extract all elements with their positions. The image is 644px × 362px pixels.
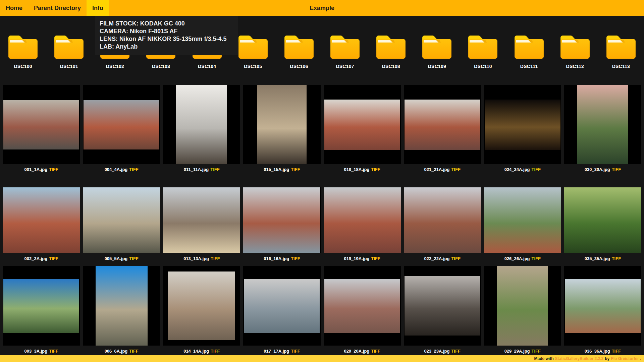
folder-item-dsc111[interactable]: DSC111 <box>506 35 552 69</box>
tiff-link[interactable]: TIFF <box>49 167 58 172</box>
footer-builder-link[interactable]: StaticGalleryBuilder 2.2.3 <box>555 356 604 361</box>
folder-icon <box>605 35 637 59</box>
tiff-link[interactable]: TIFF <box>451 349 460 354</box>
photo-thumbnail[interactable] <box>485 100 560 150</box>
thumbnail-cell[interactable]: 014_14A.jpgTIFF <box>163 266 240 354</box>
thumbnail-cell[interactable]: 013_13A.jpgTIFF <box>163 187 240 262</box>
thumbnail-cell[interactable]: 015_15A.jpgTIFF <box>243 85 320 173</box>
photo-thumbnail[interactable] <box>405 276 480 336</box>
footer-author-link[interactable]: Flo Greistorfer <box>611 356 639 361</box>
photo-thumbnail[interactable] <box>244 279 320 333</box>
tiff-link[interactable]: TIFF <box>451 167 460 172</box>
tiff-link[interactable]: TIFF <box>451 256 460 261</box>
thumbnail-cell[interactable]: 030_30A.jpgTIFF <box>564 85 641 173</box>
photo-caption: 002_2A.jpgTIFF <box>3 256 80 262</box>
tiff-link[interactable]: TIFF <box>371 256 380 261</box>
photo-thumbnail[interactable] <box>168 272 235 340</box>
folder-item-dsc113[interactable]: DSC113 <box>598 35 644 69</box>
photo-thumbnail[interactable] <box>404 187 481 253</box>
thumbnail-cell[interactable]: 017_17A.jpgTIFF <box>243 266 320 354</box>
thumbnail-cell[interactable]: 005_5A.jpgTIFF <box>83 187 160 262</box>
photo-thumbnail[interactable] <box>3 187 80 253</box>
tiff-link[interactable]: TIFF <box>371 167 380 172</box>
photo-thumbnail[interactable] <box>405 100 480 150</box>
photo-thumbnail[interactable] <box>497 266 548 346</box>
folder-item-dsc107[interactable]: DSC107 <box>322 35 368 69</box>
folder-label: DSC112 <box>566 64 584 69</box>
tiff-link[interactable]: TIFF <box>532 349 541 354</box>
photo-frame <box>163 266 240 346</box>
tiff-link[interactable]: TIFF <box>49 256 58 261</box>
thumbnail-cell[interactable]: 036_36A.jpgTIFF <box>564 266 641 354</box>
folder-item-dsc106[interactable]: DSC106 <box>276 35 322 69</box>
nav-item-info[interactable]: Info <box>87 0 109 16</box>
photo-filename: 011_11A.jpg <box>184 167 209 172</box>
photo-filename: 013_13A.jpg <box>183 256 209 261</box>
thumbnail-cell[interactable]: 035_35A.jpgTIFF <box>564 187 641 262</box>
folder-item-dsc108[interactable]: DSC108 <box>368 35 414 69</box>
folder-icon <box>513 35 545 59</box>
photo-caption: 035_35A.jpgTIFF <box>564 256 641 262</box>
nav-item-parent-directory[interactable]: Parent Directory <box>28 0 87 16</box>
photo-thumbnail[interactable] <box>3 279 79 333</box>
photo-frame <box>83 187 160 253</box>
photo-thumbnail[interactable] <box>324 100 400 150</box>
thumbnail-cell[interactable]: 026_26A.jpgTIFF <box>484 187 561 262</box>
photo-thumbnail[interactable] <box>564 187 641 253</box>
thumbnail-cell[interactable]: 004_4A.jpgTIFF <box>83 85 160 173</box>
thumbnail-cell[interactable]: 029_29A.jpgTIFF <box>484 266 561 354</box>
photo-thumbnail[interactable] <box>3 100 79 149</box>
photo-caption: 016_16A.jpgTIFF <box>243 256 320 262</box>
photo-thumbnail[interactable] <box>324 279 400 333</box>
thumbnail-cell[interactable]: 006_6A.jpgTIFF <box>83 266 160 354</box>
thumbnail-cell[interactable]: 001_1A.jpgTIFF <box>3 85 80 173</box>
thumbnail-cell[interactable]: 018_18A.jpgTIFF <box>324 85 401 173</box>
tiff-link[interactable]: TIFF <box>371 349 380 354</box>
folder-item-dsc101[interactable]: DSC101 <box>46 35 92 69</box>
folder-item-dsc109[interactable]: DSC109 <box>414 35 460 69</box>
photo-thumbnail[interactable] <box>577 85 628 164</box>
tiff-link[interactable]: TIFF <box>129 167 138 172</box>
folder-item-dsc110[interactable]: DSC110 <box>460 35 506 69</box>
thumbnail-cell[interactable]: 016_16A.jpgTIFF <box>243 187 320 262</box>
thumbnail-cell[interactable]: 002_2A.jpgTIFF <box>3 187 80 262</box>
tiff-link[interactable]: TIFF <box>532 256 541 261</box>
photo-thumbnail[interactable] <box>83 187 160 253</box>
tiff-link[interactable]: TIFF <box>211 256 220 261</box>
photo-thumbnail[interactable] <box>84 100 159 149</box>
photo-thumbnail[interactable] <box>96 266 148 346</box>
photo-thumbnail[interactable] <box>257 85 307 164</box>
thumbnail-cell[interactable]: 022_22A.jpgTIFF <box>404 187 481 262</box>
photo-thumbnail[interactable] <box>565 279 641 333</box>
folder-item-dsc112[interactable]: DSC112 <box>552 35 598 69</box>
thumbnail-cell[interactable]: 011_11A.jpgTIFF <box>163 85 240 173</box>
tiff-link[interactable]: TIFF <box>210 167 219 172</box>
footer-made-with-text: Made with <box>534 356 554 361</box>
tiff-link[interactable]: TIFF <box>291 256 300 261</box>
folder-item-dsc100[interactable]: DSC100 <box>0 35 46 69</box>
tiff-link[interactable]: TIFF <box>211 349 220 354</box>
thumbnail-cell[interactable]: 024_24A.jpgTIFF <box>484 85 561 173</box>
thumbnail-cell[interactable]: 020_20A.jpgTIFF <box>324 266 401 354</box>
tiff-link[interactable]: TIFF <box>532 167 541 172</box>
folder-label: DSC111 <box>520 64 538 69</box>
thumbnail-cell[interactable]: 023_23A.jpgTIFF <box>404 266 481 354</box>
thumbnail-cell[interactable]: 021_21A.jpgTIFF <box>404 85 481 173</box>
photo-thumbnail[interactable] <box>243 187 320 253</box>
thumbnail-cell[interactable]: 003_3A.jpgTIFF <box>3 266 80 354</box>
tiff-link[interactable]: TIFF <box>49 349 58 354</box>
tiff-link[interactable]: TIFF <box>612 167 621 172</box>
tiff-link[interactable]: TIFF <box>291 167 300 172</box>
photo-thumbnail[interactable] <box>163 187 240 253</box>
folder-icon <box>329 35 361 59</box>
nav-item-home[interactable]: Home <box>6 0 28 16</box>
tiff-link[interactable]: TIFF <box>291 349 300 354</box>
thumbnail-cell[interactable]: 019_19A.jpgTIFF <box>324 187 401 262</box>
photo-thumbnail[interactable] <box>484 187 561 253</box>
tiff-link[interactable]: TIFF <box>129 256 138 261</box>
tiff-link[interactable]: TIFF <box>612 349 621 354</box>
tiff-link[interactable]: TIFF <box>612 256 621 261</box>
tiff-link[interactable]: TIFF <box>129 349 138 354</box>
photo-thumbnail[interactable] <box>176 85 227 164</box>
photo-thumbnail[interactable] <box>324 187 401 253</box>
